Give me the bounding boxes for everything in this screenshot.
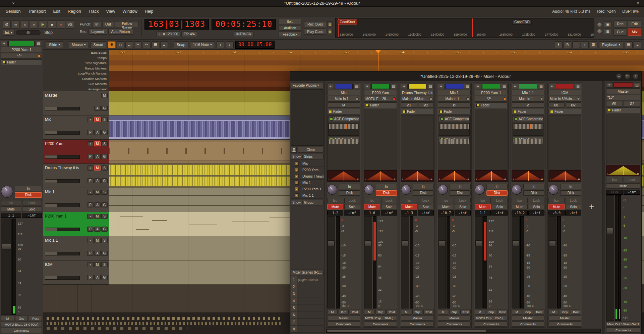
solo-button[interactable]: Solo — [566, 204, 582, 209]
peak-display[interactable]: -inf — [491, 210, 508, 216]
play-cues-button[interactable]: Play Cues — [304, 29, 326, 35]
solo-button[interactable]: Solo — [381, 204, 397, 209]
gain-fader[interactable] — [512, 216, 520, 308]
strip-name-button[interactable]: Drums Theway it is — [401, 90, 434, 95]
strip-list-item-mic-1[interactable]: ✓Mic 1 — [291, 180, 324, 186]
gain-fader[interactable] — [401, 216, 409, 308]
phase-button[interactable]: Ø1 — [606, 101, 623, 106]
track-m-button[interactable]: M — [94, 165, 101, 171]
solo-button[interactable]: Solo — [22, 206, 42, 212]
play-cues-grid-icon[interactable]: ▦ — [327, 29, 333, 34]
draw-mode-icon[interactable]: ✏ — [143, 41, 151, 48]
strip-settings-icon[interactable]: ▤ — [464, 84, 471, 89]
phase-button[interactable]: Ø2 — [418, 102, 434, 108]
master-io-button[interactable]: *10* — [606, 95, 640, 100]
fader-handle[interactable] — [402, 240, 408, 246]
solo-isolate-button[interactable]: Iso — [606, 177, 623, 182]
track-a-button[interactable]: A — [94, 202, 101, 207]
meter-point-m[interactable]: M — [512, 309, 522, 315]
solo-isolate-button[interactable]: Iso — [512, 198, 528, 203]
processor-box[interactable] — [364, 109, 397, 170]
menu-edit[interactable]: Edit — [50, 7, 64, 16]
pan-control[interactable]: LR — [475, 170, 508, 182]
rec-cues-grid-icon[interactable]: ▦ — [327, 21, 333, 27]
mixer-scene-row[interactable]: 5 — [291, 304, 324, 312]
track-a-button[interactable]: A — [94, 154, 101, 159]
checkbox-checked-icon[interactable]: ✓ — [295, 168, 299, 172]
fader-handle[interactable] — [512, 240, 519, 246]
meter-point-m[interactable]: M — [438, 309, 448, 315]
processor-box[interactable] — [475, 109, 508, 170]
track-g-button[interactable]: G — [101, 130, 108, 135]
fader-processor[interactable]: Fader — [438, 109, 471, 114]
comments-button[interactable]: Comments — [401, 321, 434, 327]
trim-knob[interactable] — [475, 185, 485, 195]
solo-lock-button[interactable]: Lock — [418, 198, 434, 203]
checkbox-checked-icon[interactable]: ✓ — [295, 193, 299, 197]
fader-handle[interactable] — [475, 240, 482, 246]
checkbox-checked-icon[interactable]: ✓ — [295, 174, 299, 178]
strip-menu-icon[interactable]: ≡ — [327, 84, 334, 89]
gain-display[interactable]: 0.8 — [606, 190, 623, 195]
audition-mode-icon[interactable]: ≡ — [160, 41, 168, 48]
processor-box[interactable]: ACE CompressorACE Reverb — [327, 115, 360, 170]
input-monitor-button[interactable]: In — [560, 184, 581, 189]
strip-list-item-mic-1-1[interactable]: ✓Mic 1 1 — [291, 192, 324, 199]
track-p-button[interactable]: P — [87, 154, 94, 159]
processor-state-icon[interactable] — [441, 117, 444, 121]
ruler-options-icon[interactable]: ≡ — [634, 41, 641, 48]
output-button[interactable]: Master — [548, 315, 581, 321]
strip-menu-icon[interactable]: ≡ — [512, 84, 518, 89]
meter-point-m[interactable]: M — [548, 309, 559, 315]
meter-point-grp[interactable]: Grp — [375, 309, 386, 315]
secondary-clock[interactable]: 00:05:25:10 — [212, 19, 276, 30]
track-s-button[interactable]: S — [101, 262, 108, 267]
strip-input-button[interactable]: MOTU E... 28-0 (In — [364, 96, 397, 102]
fader-processor[interactable]: Fader — [606, 107, 640, 113]
strip-menu-icon[interactable]: ≡ — [401, 84, 408, 89]
solo-isolate-button[interactable]: Iso — [1, 200, 21, 205]
fader-processor[interactable]: Fader — [327, 109, 360, 114]
fader-processor[interactable]: Fader — [1, 59, 42, 65]
output-button[interactable]: MOTU Exp... 28-0 (Out) — [475, 315, 508, 321]
peak-display[interactable]: -inf — [418, 210, 434, 216]
strip-menu-icon[interactable]: ≡ — [364, 84, 371, 89]
mixer-scene-row[interactable]: 3 — [291, 290, 324, 297]
range-mode-icon[interactable]: □ — [117, 41, 124, 48]
strip-menu-icon[interactable]: ≡ — [475, 84, 481, 89]
track-g-button[interactable]: G — [101, 227, 108, 232]
magnet-icon[interactable]: ◎ — [564, 41, 571, 48]
output-button[interactable]: Master — [401, 315, 434, 321]
output-button[interactable]: Master — [438, 315, 471, 321]
ruler-label-cue-markers[interactable]: Cue Markers — [43, 81, 109, 87]
track-header-iom[interactable]: IOM●MSPAG — [43, 260, 109, 285]
meter-point-grp[interactable]: Grp — [523, 309, 533, 315]
disk-monitor-button[interactable]: Disk — [376, 190, 397, 196]
play-button[interactable]: ▶ — [39, 20, 47, 29]
checkbox-checked-icon[interactable]: ✓ — [295, 187, 299, 191]
grid-options-icon[interactable]: ▤ — [625, 41, 633, 48]
close-icon[interactable]: × — [633, 73, 639, 79]
edit-mode-dropdown[interactable]: Slide▾ — [46, 41, 63, 48]
mixer-scene-row[interactable]: 8 — [291, 326, 324, 333]
marker-goodstart[interactable]: GoodStart — [338, 19, 357, 25]
playhead-marker[interactable] — [375, 50, 381, 56]
strip-input-button[interactable]: *2* — [1, 53, 42, 59]
track-s-button[interactable]: S — [101, 190, 108, 195]
gain-display[interactable]: -0.0 — [548, 210, 565, 216]
record-arm-button[interactable]: ● — [87, 165, 94, 171]
solo-button[interactable]: Solo — [492, 204, 508, 209]
track-fader[interactable] — [45, 203, 80, 207]
input-monitor-button[interactable]: In — [376, 184, 397, 189]
meter-point-post[interactable]: Post — [571, 309, 581, 315]
track-p-button[interactable]: P — [87, 130, 94, 135]
strip-name-button[interactable]: Mic 1 — [438, 90, 471, 95]
strip-menu-icon[interactable]: ≡ — [1, 41, 8, 46]
track-header-mic-1-1[interactable]: Mic 1 1●MSPAG — [43, 236, 109, 260]
comments-button[interactable]: Comments — [512, 321, 544, 327]
trim-knob[interactable] — [548, 185, 559, 195]
trim-knob[interactable] — [327, 185, 337, 195]
strip-settings-icon[interactable]: ▤ — [390, 84, 397, 89]
disk-monitor-button[interactable]: Disk — [560, 190, 581, 196]
pan-control[interactable]: LR — [548, 170, 581, 182]
